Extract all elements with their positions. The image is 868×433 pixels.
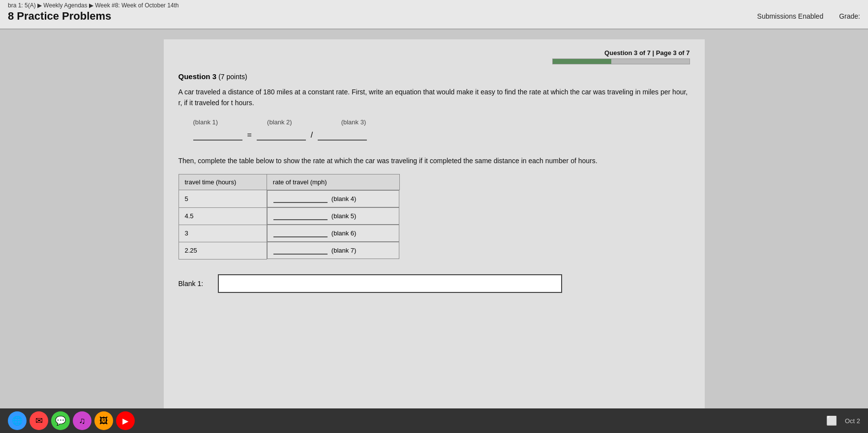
taskbar-right: ⬜ Oct 2	[826, 415, 860, 426]
music-icon[interactable]: ♫	[73, 411, 91, 430]
table-rate-cell-0: (blank 4)	[267, 190, 399, 207]
question-card: Question 3 of 7 | Page 3 of 7 Question 3…	[164, 39, 705, 423]
date-label: Oct 2	[845, 417, 860, 425]
top-bar-main: 8 Practice Problems Submissions Enabled …	[8, 10, 860, 26]
table-time-1: 4.5	[179, 207, 267, 225]
blanks-labels-row: (blank 1) (blank 2) (blank 3)	[193, 118, 690, 126]
eq-blank2-input[interactable]	[257, 132, 306, 141]
taskbar-icons: 🌐 ✉ 💬 ♫ 🖼 ▶	[8, 411, 135, 430]
breadcrumb: bra 1: 5(A) ▶ Weekly Agendas ▶ Week #8: …	[8, 0, 860, 10]
question-header: Question 3 (7 points)	[179, 72, 690, 81]
eq-blank3-input[interactable]	[318, 132, 367, 141]
table-time-2: 3	[179, 225, 267, 242]
blank3-label: (blank 3)	[341, 118, 366, 126]
grade-label: Grade:	[839, 12, 860, 20]
screen-icon: ⬜	[826, 415, 837, 426]
table-row: 3(blank 6)	[179, 225, 399, 242]
table-blank-label-0: (blank 4)	[331, 195, 357, 202]
content-area: Question 3 of 7 | Page 3 of 7 Question 3…	[0, 29, 868, 433]
second-paragraph: Then, complete the table below to show t…	[179, 155, 690, 166]
blank1-input[interactable]	[218, 274, 562, 293]
table-blank-input-2[interactable]	[273, 229, 328, 237]
question-body: A car traveled a distance of 180 miles a…	[179, 87, 690, 109]
top-bar: bra 1: 5(A) ▶ Weekly Agendas ▶ Week #8: …	[0, 0, 868, 29]
progress-bar-outer	[552, 58, 690, 64]
blank1-field-label: Blank 1:	[179, 280, 213, 288]
progress-bar-container	[179, 58, 690, 64]
table-col1-header: travel time (hours)	[179, 174, 267, 190]
travel-table: travel time (hours) rate of travel (mph)…	[179, 174, 400, 260]
slash-symbol: /	[311, 131, 313, 140]
table-rate-cell-1: (blank 5)	[267, 207, 399, 225]
table-row: 4.5(blank 5)	[179, 207, 399, 225]
table-blank-input-1[interactable]	[273, 212, 328, 220]
top-right-info: Submissions Enabled Grade:	[757, 12, 860, 20]
photos-icon[interactable]: 🖼	[94, 411, 113, 430]
taskbar: 🌐 ✉ 💬 ♫ 🖼 ▶ ⬜ Oct 2	[0, 408, 868, 433]
table-blank-input-0[interactable]	[273, 195, 328, 203]
equation-row: = /	[193, 131, 690, 141]
table-rate-cell-3: (blank 7)	[267, 242, 399, 259]
eq-symbol: =	[247, 131, 252, 140]
table-col2-header: rate of travel (mph)	[267, 174, 399, 190]
mail-icon[interactable]: ✉	[30, 411, 48, 430]
blank1-label: (blank 1)	[193, 118, 218, 126]
blank1-section: Blank 1:	[179, 274, 690, 293]
table-time-3: 2.25	[179, 242, 267, 259]
table-blank-label-3: (blank 7)	[331, 247, 357, 254]
page-title: 8 Practice Problems	[8, 10, 111, 23]
messages-icon[interactable]: 💬	[51, 411, 70, 430]
question-nav: Question 3 of 7 | Page 3 of 7	[179, 49, 690, 57]
finder-icon[interactable]: 🌐	[8, 411, 27, 430]
table-time-0: 5	[179, 190, 267, 208]
table-blank-input-3[interactable]	[273, 246, 328, 255]
table-blank-label-1: (blank 5)	[331, 212, 357, 220]
youtube-icon[interactable]: ▶	[116, 411, 135, 430]
submissions-enabled-label: Submissions Enabled	[757, 12, 824, 20]
table-rate-cell-2: (blank 6)	[267, 225, 399, 242]
blank2-label: (blank 2)	[267, 118, 292, 126]
table-blank-label-2: (blank 6)	[331, 230, 357, 237]
eq-blank1-input[interactable]	[193, 132, 242, 141]
table-row: 2.25(blank 7)	[179, 242, 399, 259]
progress-bar-inner	[553, 59, 612, 64]
table-row: 5(blank 4)	[179, 190, 399, 208]
